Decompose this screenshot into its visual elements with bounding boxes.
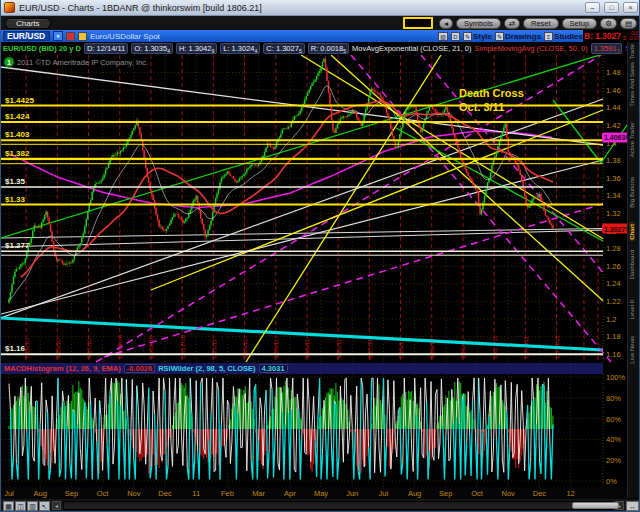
toolbar-button-symbols[interactable]: Symbols <box>456 18 501 29</box>
toolbar-button-icon5[interactable]: ⚙ <box>600 18 617 29</box>
grid-layout-icon[interactable]: ▦ <box>3 501 14 511</box>
toolbar-button-icon6[interactable]: ▤ <box>620 18 637 29</box>
field-key: O: <box>134 44 144 53</box>
lower-study-header: MACDHistogram (12, 26, 9, EMA) -0.0026 R… <box>1 363 603 374</box>
main-chart[interactable]: 7/16/108/20/109/17/1010/15/1011/19/1012/… <box>1 55 629 363</box>
app-icon <box>4 2 15 13</box>
sidebar-tab-times-and-sales[interactable]: Times And Sales <box>629 62 635 107</box>
svg-text:6/17/11: 6/17/11 <box>366 338 373 359</box>
quote-status-icon <box>66 32 75 41</box>
time-label-mar8: Mar <box>246 489 272 498</box>
toolbar-button-setup[interactable]: Setup <box>562 18 598 29</box>
svg-text:80%: 80% <box>606 394 621 403</box>
maximize-button[interactable]: □ <box>604 2 619 13</box>
symbol-input[interactable]: EUR/USD <box>3 31 50 41</box>
sidebar-tab-chart[interactable]: Chart <box>629 222 635 242</box>
time-label-aug1: Aug <box>27 489 53 498</box>
field-sub: 4 <box>255 48 258 54</box>
svg-text:1.46: 1.46 <box>606 86 621 95</box>
time-label-may10: May <box>308 489 334 498</box>
style-icon: ✎ <box>463 32 472 41</box>
macd-value: -0.0026 <box>124 364 155 373</box>
svg-text:1.16: 1.16 <box>606 350 621 359</box>
sidebar-tab-active-trader[interactable]: Active Trader <box>629 122 635 157</box>
tab-charts[interactable]: Charts <box>5 18 51 29</box>
svg-text:1.2: 1.2 <box>606 315 616 324</box>
resize-button[interactable]: ↔ <box>626 501 639 511</box>
svg-text:$1.403: $1.403 <box>5 130 30 139</box>
style-button[interactable]: ✎Style <box>463 32 492 41</box>
time-label-oct3: Oct <box>90 489 116 498</box>
svg-text:$1.35: $1.35 <box>5 177 26 186</box>
copyright: 12011 ©TD Ameritrade IP Company, Inc. <box>4 57 148 67</box>
toolbar-button-icon2[interactable]: ⇄ <box>504 18 520 29</box>
symbol-dropdown-icon[interactable]: ▼ <box>53 31 63 41</box>
sidebar-tab-level-ii[interactable]: Level II <box>629 300 635 319</box>
field-sub: 5 <box>299 48 302 54</box>
symbol-row: EUR/USD ▼ Euro/USDollar Spot ▧ D ✎Style✎… <box>1 30 640 42</box>
rsi-value: 4.3031 <box>259 364 288 373</box>
field-value: 1.3027 <box>276 44 299 53</box>
field-key: D: <box>87 44 97 53</box>
timeframe-button[interactable]: D <box>451 32 460 41</box>
time-label-sep2: Sep <box>58 489 84 498</box>
field-value: 12/14/11 <box>97 44 126 53</box>
toolbar-button-icon0[interactable]: ◂ <box>439 18 453 29</box>
split-layout-icon[interactable]: ◫ <box>15 501 26 511</box>
svg-text:100%: 100% <box>606 374 626 382</box>
svg-text:1: 1 <box>7 59 11 66</box>
sidebar-tab-big-buttons[interactable]: Big Buttons <box>629 177 635 208</box>
row-layout-icon[interactable]: ▥ <box>27 501 38 511</box>
studies-label: Studies <box>554 32 583 41</box>
svg-text:$1.16: $1.16 <box>5 344 26 353</box>
field-l: L: 1.30244 <box>220 43 260 54</box>
bid-sub: 5 <box>623 35 626 41</box>
sidebar-tab-live-news[interactable]: Live News <box>629 336 635 364</box>
ohlc-fields: D: 12/14/11O: 1.30354H: 1.30429L: 1.3024… <box>84 43 349 54</box>
time-label-feb7: Feb <box>214 489 240 498</box>
sidebar-tab-trade[interactable]: Trade <box>629 44 635 59</box>
scrollbar-track[interactable] <box>63 501 613 510</box>
field-key: C: <box>266 44 276 53</box>
drawings-button[interactable]: ✎Drawings <box>495 32 541 41</box>
studies-button[interactable]: ≡Studies <box>544 32 583 41</box>
minimize-button[interactable]: – <box>585 2 600 13</box>
field-sub: 9 <box>211 48 214 54</box>
svg-text:7/15/11: 7/15/11 <box>397 338 404 359</box>
svg-text:1.32: 1.32 <box>606 209 621 218</box>
study-legend: MovAvgExponential (CLOSE, 21, 0)SimpleMo… <box>352 43 629 54</box>
study-legend-item-2: 1.35917 <box>591 43 623 54</box>
study-text: MovAvgExponential (CLOSE, 21, 0) <box>352 44 472 53</box>
sidebar-tab-dashboard[interactable]: Dashboard <box>629 250 635 279</box>
time-axis[interactable]: JulAugSepOctNovDec11FebMarAprMayJunJulAu… <box>1 487 629 499</box>
link-icon[interactable]: ▧ <box>438 32 448 41</box>
time-label-116: 11 <box>183 489 209 498</box>
chart-layout-indicator[interactable] <box>403 17 433 29</box>
toolbar-button-reset[interactable]: Reset <box>523 18 559 29</box>
lower-chart[interactable]: 100%80%60%40%20%0% <box>1 374 629 487</box>
macd-label: MACDHistogram (12, 26, 9, EMA) <box>4 364 121 373</box>
scroll-left-arrow[interactable]: ◄ <box>52 501 61 510</box>
bid-quote: B: 1.3027 5 -.0008 -0.07% <box>583 30 639 42</box>
title-bar: EUR/USD - Charts - 1BDANR @ thinkorswim … <box>1 0 640 16</box>
svg-text:9/17/10: 9/17/10 <box>85 338 92 359</box>
drawings-icon: ✎ <box>495 32 504 41</box>
bid-change: -.0008 -0.07% <box>628 31 640 41</box>
drawings-label: Drawings <box>505 32 541 41</box>
field-d: D: 12/14/11 <box>84 43 128 54</box>
time-label-jun11: Jun <box>339 489 365 498</box>
cursor-icon[interactable]: ↖ <box>39 501 50 511</box>
svg-text:10/21/11: 10/21/11 <box>491 335 498 359</box>
gadget-sidebar: TradeTimes And SalesActive TraderBig But… <box>627 42 639 498</box>
svg-text:11/19/10: 11/19/10 <box>147 335 154 359</box>
svg-text:3/18/11: 3/18/11 <box>272 338 279 359</box>
time-label-aug13: Aug <box>402 489 428 498</box>
svg-text:Oct. 3/11: Oct. 3/11 <box>459 101 504 113</box>
toolbar-buttons: ◂Symbols⇄ResetSetup⚙▤ <box>439 18 637 29</box>
svg-text:2011 ©TD Ameritrade IP Company: 2011 ©TD Ameritrade IP Company, Inc. <box>17 58 148 67</box>
close-button[interactable]: × <box>623 2 638 13</box>
bid-value: 1.3027 <box>595 31 621 41</box>
field-value: 0.0018 <box>320 44 343 53</box>
scrollbar-thumb[interactable] <box>572 502 619 509</box>
style-buttons: ✎Style✎Drawings≡Studies <box>463 32 583 41</box>
